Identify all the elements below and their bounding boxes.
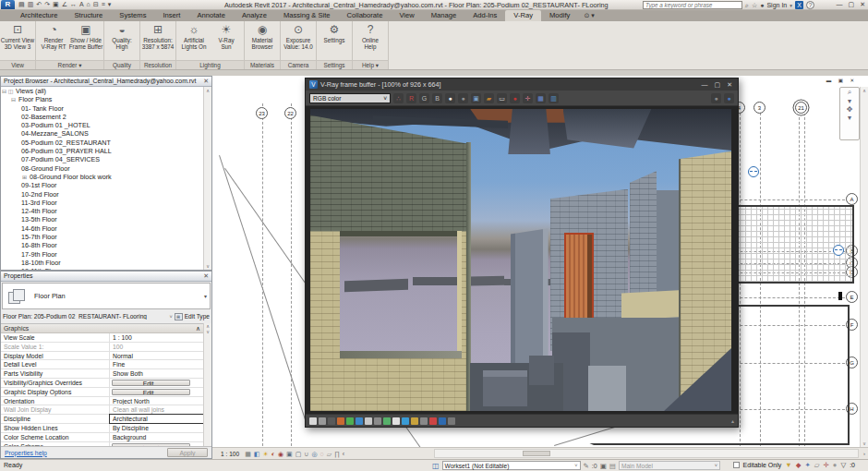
panel-label[interactable]: Help ▾ — [353, 60, 388, 69]
redo-icon[interactable]: ↷ — [44, 0, 50, 9]
detail-level-icon[interactable]: ▦ — [245, 449, 251, 459]
vfb-tool-icon[interactable] — [392, 417, 400, 425]
tab-architecture[interactable]: Architecture — [12, 10, 66, 21]
editing-requests-icon[interactable]: ✎ — [584, 462, 589, 470]
stop-render-icon[interactable]: ● — [510, 93, 520, 103]
tree-item-18-10th-floor[interactable]: 18-10th Floor — [1, 259, 211, 267]
tree-group-floor-plans[interactable]: ⊟ Floor Plans — [1, 95, 211, 103]
background-process-icon[interactable]: ● — [833, 461, 838, 469]
vfb-tool-icon[interactable] — [365, 417, 372, 425]
property-value[interactable]: Edit... — [112, 380, 190, 386]
tree-item-05-podium-02-restaurant[interactable]: 05-Podium 02_RESTAURANT — [1, 139, 211, 147]
elevation-marker-icon[interactable] — [748, 166, 759, 177]
panel-label[interactable]: View — [0, 60, 35, 69]
show-crop-icon[interactable]: ▢ — [295, 449, 302, 459]
edit-type-button[interactable]: Edit Type — [185, 313, 210, 320]
section-marker-icon[interactable] — [833, 245, 844, 256]
text-icon[interactable]: A — [79, 0, 84, 9]
tab-massing-site[interactable]: Massing & Site — [275, 10, 339, 21]
link-monitor-icon[interactable]: ◆ — [796, 461, 802, 469]
property-value[interactable]: Fine — [110, 360, 203, 368]
vfb-title-bar[interactable]: V V-Ray frame buffer - [100% of 926 x 66… — [306, 78, 738, 91]
revit-logo[interactable]: R — [1, 0, 15, 9]
section-icon[interactable]: ⊟ — [93, 0, 99, 9]
vfb-tool-icon[interactable] — [402, 417, 409, 425]
tab-modify[interactable]: Modify — [541, 10, 578, 21]
vray-frame-buffer-window[interactable]: V V-Ray frame buffer - [100% of 926 x 66… — [305, 78, 739, 428]
tree-item-04-mezzane-salons[interactable]: 04-Mezzane_SALONS — [1, 129, 211, 138]
tab-view[interactable]: View — [391, 10, 422, 21]
subscription-icon[interactable]: ☆ — [752, 2, 757, 9]
property-value[interactable]: Edit... — [112, 389, 190, 395]
pause-icon[interactable]: ● — [711, 93, 721, 103]
exposure-value-button[interactable]: ⊙ExposureValue: 14.0 — [283, 22, 314, 50]
online-help-button[interactable]: ?OnlineHelp — [355, 22, 386, 50]
green-channel-icon[interactable]: G — [419, 93, 429, 103]
tree-item-10-2nd-floor[interactable]: 10-2nd Floor — [1, 190, 211, 199]
render-last-icon[interactable]: ● — [724, 93, 734, 103]
restore-button[interactable]: ▢ — [849, 1, 855, 8]
tab-collaborate[interactable]: Collaborate — [339, 10, 392, 21]
unlock-view-icon[interactable]: ∪ — [304, 449, 308, 459]
monochrome-icon[interactable]: ● — [458, 93, 468, 103]
tab-add-ins[interactable]: Add-Ins — [464, 10, 505, 21]
collapse-box-icon[interactable]: ⊟ — [10, 96, 17, 104]
temporary-view-properties-icon[interactable]: ▱ — [327, 449, 332, 459]
vfb-tool-icon[interactable] — [356, 417, 363, 425]
type-selector[interactable]: Floor Plan ▾ — [2, 283, 211, 309]
save-icon[interactable]: ▥ — [28, 0, 34, 9]
tree-item-08-ground-floor-block-work[interactable]: ⊞ 08-Ground Floor block work — [1, 173, 211, 181]
exchange-apps-icon[interactable]: X — [795, 1, 803, 9]
customize-qat-icon[interactable]: ▾ — [108, 0, 112, 9]
measure-icon[interactable]: ∠ — [62, 0, 67, 9]
properties-header[interactable]: Properties ✕ — [1, 272, 211, 282]
grid-bubble-a[interactable]: A — [846, 193, 858, 205]
grid-bubble-e[interactable]: E — [846, 291, 858, 303]
scroll-up-icon[interactable]: ∧ — [861, 87, 868, 94]
vertical-scrollbar[interactable]: ∧ ∨ — [860, 87, 868, 447]
tree-item-17-9th-floor[interactable]: 17-9th Floor — [1, 250, 211, 259]
open-icon[interactable]: ▤ — [18, 0, 25, 9]
selected-element[interactable]: Floor Plan: 205-Podium 02_RESTAURANT- FL… — [3, 313, 167, 320]
collapse-icon[interactable]: ∧ — [196, 324, 200, 332]
property-value[interactable]: Show Both — [110, 369, 203, 378]
tab-manage[interactable]: Manage — [423, 10, 464, 21]
property-value[interactable]: Normal — [110, 352, 203, 360]
reveal-hidden-icon[interactable]: ◌ — [320, 449, 324, 459]
vray-sun-button[interactable]: ☀V-RaySun — [211, 22, 242, 50]
profile-icon[interactable]: ● — [760, 2, 764, 8]
minimize-button[interactable]: — — [837, 1, 843, 8]
tree-item-12-4th-floor[interactable]: 12-4th Floor — [1, 207, 211, 215]
settings-button[interactable]: ⚙Settings — [319, 22, 350, 43]
tree-item-14-6th-floor[interactable]: 14-6th Floor — [1, 224, 211, 233]
vfb-tool-icon[interactable] — [309, 417, 317, 425]
print-icon[interactable]: ▣ — [53, 0, 59, 9]
scrollbar-thumb[interactable] — [523, 451, 550, 456]
scroll-down-icon[interactable]: ∨ — [204, 329, 211, 334]
tree-item-06-podium-03-prayer-hall[interactable]: 06-Podium 03_PRAYER HALL — [1, 147, 211, 155]
close-button[interactable]: ✕ — [860, 1, 865, 8]
drag-elements-icon[interactable]: ✛ — [824, 461, 829, 469]
blue-channel-icon[interactable]: B — [432, 93, 442, 103]
clear-image-icon[interactable]: ▭ — [497, 93, 507, 103]
property-value[interactable]: Background — [110, 433, 203, 441]
vfb-tool-icon[interactable] — [439, 417, 446, 425]
show-hide-frame-buffer-button[interactable]: ▣Show / HideFrame Buffer — [70, 22, 102, 50]
search-icon[interactable]: ⌕ — [745, 2, 749, 9]
close-icon[interactable]: ✕ — [203, 272, 209, 281]
property-value[interactable]: Architectural — [110, 415, 203, 423]
sign-in-caret-icon[interactable]: ▾ — [790, 3, 792, 8]
graphics-section[interactable]: Graphics∧ — [1, 324, 203, 333]
edit-type-icon[interactable]: ⊞ — [175, 313, 183, 320]
project-browser-scrollbar[interactable]: ∧ ∨ — [203, 87, 211, 270]
shadows-icon[interactable]: ◐ — [271, 449, 275, 459]
vfb-minimize-button[interactable]: — — [702, 81, 708, 89]
property-value[interactable]: 100 — [110, 343, 203, 351]
chevron-down-icon[interactable]: ˅ — [169, 314, 172, 320]
horizontal-scrollbar[interactable] — [434, 449, 859, 458]
tree-item-07-podium-04-services[interactable]: 07-Podium 04_SERVICES — [1, 155, 211, 163]
grid-bubble[interactable]: 22 — [284, 107, 296, 119]
panel-label[interactable]: Materials — [245, 60, 280, 69]
panel-label[interactable]: Quality — [104, 60, 139, 69]
channel-select[interactable]: RGB color˅ — [309, 93, 391, 103]
